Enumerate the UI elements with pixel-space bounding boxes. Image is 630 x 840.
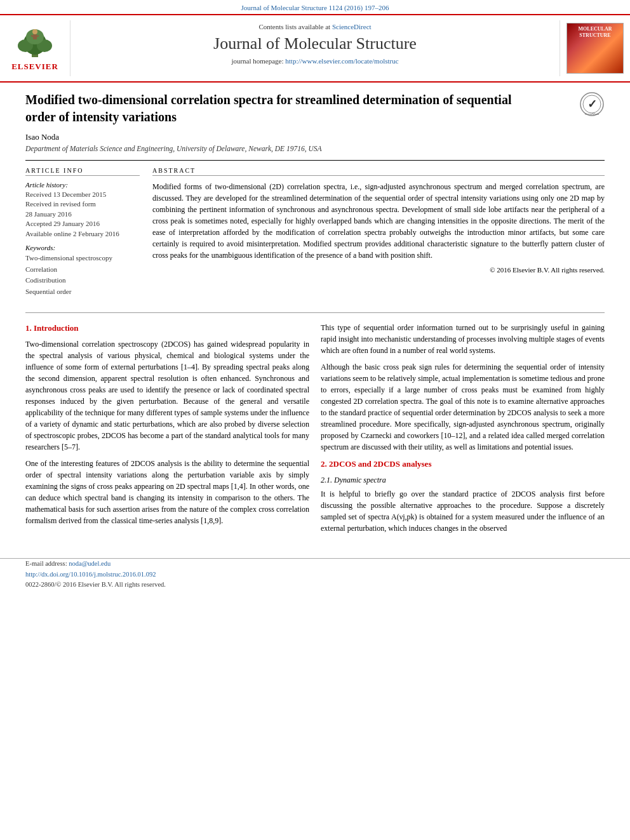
svg-point-5 <box>32 29 37 34</box>
author-affiliation: Department of Materials Science and Engi… <box>25 145 605 152</box>
intro-paragraph-1: Two-dimensional correlation spectroscopy… <box>25 338 309 453</box>
svg-text:✓: ✓ <box>587 98 597 110</box>
journal-thumbnail-area: MOLECULAR STRUCTURE <box>560 20 630 76</box>
thumbnail-label-2: STRUCTURE <box>579 32 610 39</box>
intro-right-paragraph-2: Although the basic cross peak sign rules… <box>321 361 605 453</box>
intro-right-paragraph-1: This type of sequential order informatio… <box>321 322 605 356</box>
elsevier-logo: ELSEVIER <box>11 25 58 72</box>
section2-paragraph: It is helpful to briefly go over the sta… <box>321 488 605 534</box>
crossmark-icon: ✓ CrossMark <box>579 91 605 117</box>
article-title: Modified two-dimensional correlation spe… <box>25 91 573 126</box>
journal-title: Journal of Molecular Structure <box>77 34 553 53</box>
elsevier-tree-icon <box>13 25 57 60</box>
accepted-date: Accepted 29 January 2016 <box>25 219 140 229</box>
keyword-2: Correlation <box>25 264 140 276</box>
available-date: Available online 2 February 2016 <box>25 229 140 239</box>
svg-text:CrossMark: CrossMark <box>585 112 600 116</box>
elsevier-label: ELSEVIER <box>11 62 58 72</box>
section2-subheading: 2.1. Dynamic spectra <box>321 474 605 486</box>
keyword-3: Codistribution <box>25 275 140 286</box>
body-right-column: This type of sequential order informatio… <box>321 322 605 539</box>
journal-citation: Journal of Molecular Structure 1124 (201… <box>241 4 389 11</box>
journal-citation-bar: Journal of Molecular Structure 1124 (201… <box>0 0 630 14</box>
keywords-list: Two-dimensional spectroscopy Correlation… <box>25 253 140 297</box>
journal-cover-thumbnail: MOLECULAR STRUCTURE <box>566 23 624 74</box>
article-footer: E-mail address: noda@udel.edu http://dx.… <box>0 558 630 590</box>
section2-heading: 2. 2DCOS and 2DCDS analyses <box>321 458 605 470</box>
doi-line: http://dx.doi.org/10.1016/j.molstruc.201… <box>25 570 605 580</box>
revised-date: 28 January 2016 <box>25 210 140 219</box>
article-info-label: ARTICLE INFO <box>25 167 140 176</box>
sciencedirect-link[interactable]: ScienceDirect <box>332 23 372 30</box>
journal-title-area: Contents lists available at ScienceDirec… <box>70 20 560 76</box>
keyword-1: Two-dimensional spectroscopy <box>25 253 140 264</box>
abstract-text: Modified forms of two-dimensional (2D) c… <box>152 181 605 261</box>
email-label: E-mail address: <box>25 560 67 567</box>
keywords-label: Keywords: <box>25 244 140 251</box>
received-date: Received 13 December 2015 <box>25 190 140 199</box>
email-address[interactable]: noda@udel.edu <box>69 560 111 567</box>
publisher-logo-area: ELSEVIER <box>0 20 70 76</box>
body-content: 1. Introduction Two-dimensional correlat… <box>25 322 605 539</box>
article-content: Modified two-dimensional correlation spe… <box>0 83 630 552</box>
title-row: Modified two-dimensional correlation spe… <box>25 91 605 132</box>
contents-line: Contents lists available at ScienceDirec… <box>77 23 553 30</box>
issn-line: 0022-2860/© 2016 Elsevier B.V. All right… <box>25 580 605 590</box>
email-line: E-mail address: noda@udel.edu <box>25 559 605 570</box>
homepage-line: journal homepage: http://www.elsevier.co… <box>77 57 553 65</box>
journal-header: ELSEVIER Contents lists available at Sci… <box>0 14 630 83</box>
author-name: Isao Noda <box>25 132 605 142</box>
intro-paragraph-2: One of the interesting features of 2DCOS… <box>25 458 309 526</box>
keyword-4: Sequential order <box>25 286 140 298</box>
copyright-line: © 2016 Elsevier B.V. All rights reserved… <box>152 266 605 274</box>
body-left-column: 1. Introduction Two-dimensional correlat… <box>25 322 309 539</box>
article-info-abstract-section: ARTICLE INFO Article history: Received 1… <box>25 160 605 302</box>
intro-heading: 1. Introduction <box>25 322 309 335</box>
article-info-column: ARTICLE INFO Article history: Received 1… <box>25 167 140 302</box>
article-history: Article history: Received 13 December 20… <box>25 181 140 239</box>
doi-link[interactable]: http://dx.doi.org/10.1016/j.molstruc.201… <box>25 571 156 578</box>
section-divider <box>25 312 605 313</box>
abstract-label: ABSTRACT <box>152 167 605 176</box>
abstract-column: ABSTRACT Modified forms of two-dimension… <box>152 167 605 302</box>
keywords-group: Keywords: Two-dimensional spectroscopy C… <box>25 244 140 297</box>
homepage-url[interactable]: http://www.elsevier.com/locate/molstruc <box>285 57 398 65</box>
thumbnail-label-1: MOLECULAR <box>579 26 612 32</box>
history-label: Article history: <box>25 181 140 189</box>
revised-label: Received in revised form <box>25 199 140 209</box>
